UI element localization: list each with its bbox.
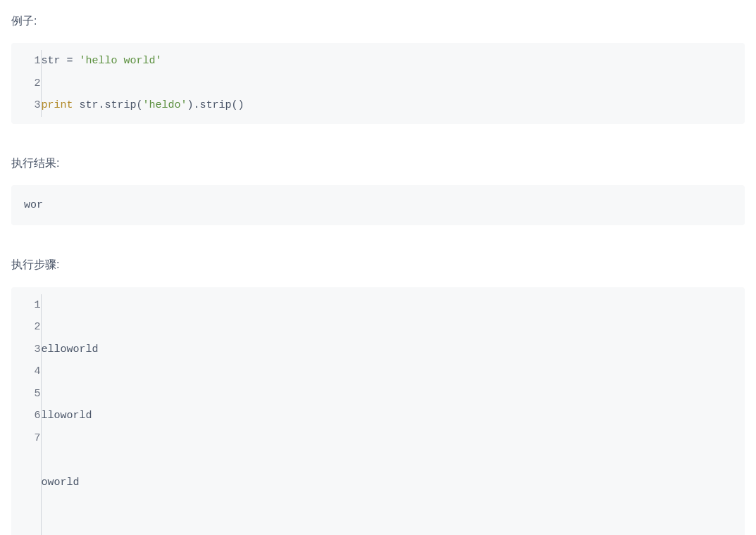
line-number: 1 2 3 (21, 50, 41, 117)
example-label: 例子: (11, 11, 745, 30)
code-block-1: 1 2 3 str = 'hello world' print str.stri… (11, 43, 745, 124)
code-block-2: 1 2 3 4 5 6 7 elloworld lloworld oworld … (11, 287, 745, 535)
line-number: 1 2 3 4 5 6 7 (21, 294, 41, 535)
steps-label: 执行步骤: (11, 255, 745, 274)
code-content: str = 'hello world' print str.strip('hel… (41, 50, 244, 117)
output-block: wor (11, 185, 745, 226)
code-content: elloworld lloworld oworld oworl worl wor… (41, 294, 99, 535)
result-label: 执行结果: (11, 153, 745, 172)
